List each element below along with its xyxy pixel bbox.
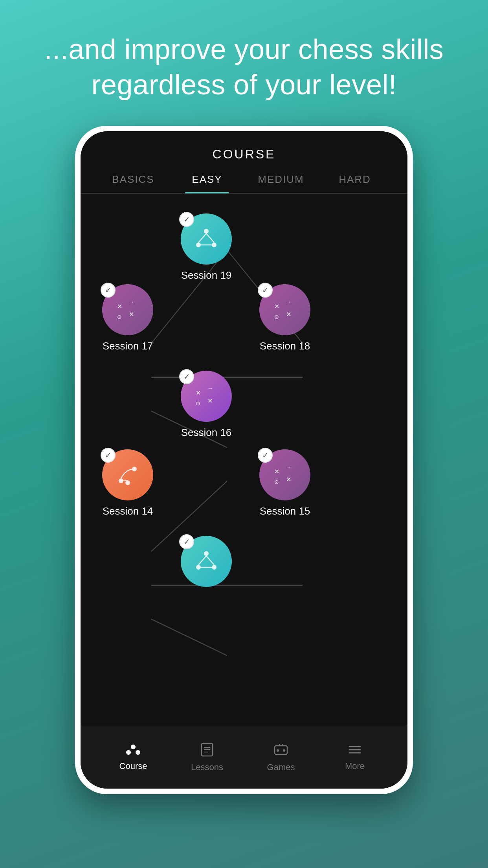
phone-inner: COURSE BASICS EASY MEDIUM HARD xyxy=(81,131,407,789)
svg-text:→: → xyxy=(286,464,292,470)
svg-point-27 xyxy=(125,480,130,485)
svg-point-38 xyxy=(126,750,131,755)
svg-text:✕: ✕ xyxy=(274,468,279,475)
svg-line-35 xyxy=(198,556,206,565)
session-18[interactable]: ✓ ✕ → ⊙ ✕ Session 18 xyxy=(259,284,310,352)
svg-text:→: → xyxy=(129,299,134,305)
nav-lessons[interactable]: Lessons xyxy=(170,743,244,772)
tactics-icon-18: ✕ → ⊙ ✕ xyxy=(271,296,299,324)
check-badge-17: ✓ xyxy=(101,283,116,298)
svg-text:→: → xyxy=(286,299,292,305)
nav-course[interactable]: Course xyxy=(96,744,170,771)
tab-easy[interactable]: EASY xyxy=(170,173,244,193)
svg-text:⊙: ⊙ xyxy=(196,400,200,406)
tabs-bar: BASICS EASY MEDIUM HARD xyxy=(81,162,407,194)
check-badge-14: ✓ xyxy=(101,448,116,463)
nav-course-label: Course xyxy=(119,761,147,771)
session-16[interactable]: ✓ ✕ → ⊙ ✕ Session 16 xyxy=(181,371,232,439)
svg-point-7 xyxy=(204,229,209,234)
tab-hard[interactable]: HARD xyxy=(318,173,392,193)
svg-text:✕: ✕ xyxy=(286,311,291,318)
tactics-icon-16: ✕ → ⊙ ✕ xyxy=(193,383,220,410)
nav-games[interactable]: Games xyxy=(244,743,318,772)
svg-text:✕: ✕ xyxy=(196,390,201,396)
phone-container: COURSE BASICS EASY MEDIUM HARD xyxy=(75,126,413,794)
svg-point-49 xyxy=(283,749,285,752)
svg-text:⊙: ⊙ xyxy=(117,314,122,320)
tab-medium[interactable]: MEDIUM xyxy=(244,173,318,193)
hero-section: ...and improve your chess skills regardl… xyxy=(0,0,488,126)
svg-point-9 xyxy=(212,243,216,247)
svg-rect-45 xyxy=(275,746,287,754)
svg-line-36 xyxy=(206,556,214,565)
svg-point-39 xyxy=(131,745,136,749)
check-badge-bottom: ✓ xyxy=(179,534,194,549)
path-node-icon xyxy=(114,461,141,489)
sessions-map: ✓ Session 19 xyxy=(96,206,392,726)
svg-text:→: → xyxy=(207,385,213,392)
check-badge-16: ✓ xyxy=(179,369,194,384)
triangle-nodes-icon xyxy=(193,225,220,253)
tactics-icon-17: ✕ → ⊙ ✕ xyxy=(114,296,141,324)
svg-point-32 xyxy=(204,551,209,556)
session-bottom[interactable]: ✓ xyxy=(181,536,232,587)
course-title: COURSE xyxy=(213,147,276,161)
nav-lessons-label: Lessons xyxy=(191,762,223,772)
nav-games-label: Games xyxy=(267,762,295,772)
svg-line-6 xyxy=(151,619,227,656)
svg-text:✕: ✕ xyxy=(129,311,134,318)
svg-point-40 xyxy=(136,750,140,755)
triangle-nodes-icon-bottom xyxy=(193,548,220,575)
games-nav-icon xyxy=(273,743,289,759)
svg-text:✕: ✕ xyxy=(117,303,122,310)
svg-line-11 xyxy=(206,234,214,243)
svg-point-48 xyxy=(277,749,279,752)
check-badge-18: ✓ xyxy=(258,283,273,298)
svg-text:✕: ✕ xyxy=(286,476,291,483)
svg-text:✕: ✕ xyxy=(207,397,213,404)
hero-text: ...and improve your chess skills regardl… xyxy=(24,31,464,102)
svg-point-33 xyxy=(196,565,201,570)
session-14[interactable]: ✓ Session 14 xyxy=(102,449,153,517)
tactics-icon-15: ✕ → ⊙ ✕ xyxy=(271,461,299,489)
tab-basics[interactable]: BASICS xyxy=(96,173,170,193)
course-nav-icon xyxy=(125,744,141,758)
course-content: ✓ Session 19 xyxy=(81,194,407,726)
svg-text:⊙: ⊙ xyxy=(274,479,279,485)
bottom-nav: Course Lessons xyxy=(81,726,407,789)
session-15[interactable]: ✓ ✕ → ⊙ ✕ Session 15 xyxy=(259,449,310,517)
svg-point-34 xyxy=(212,565,216,570)
session-17[interactable]: ✓ ✕ → ⊙ ✕ Session 17 xyxy=(102,284,153,352)
svg-text:✕: ✕ xyxy=(274,303,279,310)
check-badge-19: ✓ xyxy=(179,212,194,227)
session-19[interactable]: ✓ Session 19 xyxy=(181,213,232,281)
more-nav-icon xyxy=(348,744,362,758)
check-badge-15: ✓ xyxy=(258,448,273,463)
nav-more[interactable]: More xyxy=(318,744,392,771)
lessons-nav-icon xyxy=(200,743,214,759)
svg-line-10 xyxy=(198,234,206,243)
svg-text:⊙: ⊙ xyxy=(274,314,279,320)
svg-point-8 xyxy=(196,243,201,247)
nav-more-label: More xyxy=(345,761,365,771)
course-header: COURSE xyxy=(81,131,407,162)
